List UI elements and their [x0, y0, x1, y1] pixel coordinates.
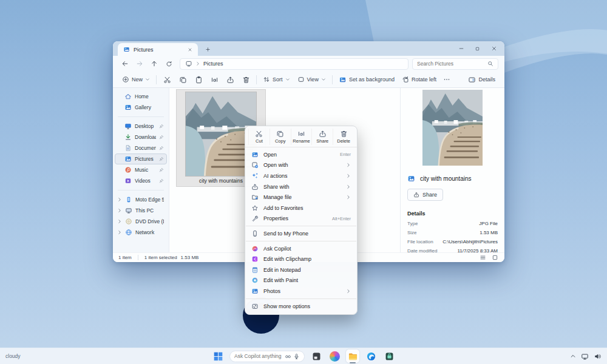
menu-item[interactable]: Edit with Clipchamp — [245, 254, 357, 265]
menu-item[interactable]: Open with — [245, 160, 357, 171]
sort-button[interactable]: Sort — [259, 73, 294, 86]
phone-blue-icon — [125, 196, 132, 203]
sidebar-item[interactable]: Desktop — [115, 121, 167, 132]
details-pane-icon — [468, 76, 476, 84]
menu-item[interactable]: Photos — [245, 286, 357, 297]
sidebar-item[interactable]: Network — [115, 227, 167, 238]
menu-item[interactable]: Share with — [245, 181, 357, 192]
menu-item[interactable]: Properties Alt+Enter — [245, 214, 357, 224]
quick-action-button[interactable]: Share — [311, 129, 333, 145]
details-view-toggle-icon[interactable] — [478, 254, 487, 261]
window-controls — [453, 41, 502, 56]
details-toggle-button[interactable]: Details — [464, 73, 499, 86]
menu-item[interactable]: Manage file — [245, 192, 357, 203]
sidebar-item[interactable]: Videos — [115, 175, 167, 186]
copilot-icon — [330, 351, 340, 362]
taskbar-copilot[interactable] — [328, 349, 341, 363]
navigation-bar: Pictures — [113, 56, 504, 72]
sidebar-item[interactable]: Documents — [115, 143, 167, 153]
pictures-folder-icon — [123, 46, 130, 53]
quick-action-button[interactable]: Copy — [270, 129, 291, 145]
menu-item[interactable]: AI actions — [245, 170, 357, 181]
new-button[interactable]: New — [118, 73, 154, 86]
weather-widget[interactable]: cloudy — [5, 353, 21, 359]
menu-item[interactable]: Show more options — [245, 301, 357, 312]
sidebar-item[interactable]: Downloads — [115, 132, 167, 143]
music-icon — [124, 166, 132, 174]
menu-divider — [246, 298, 356, 299]
more-options-icon[interactable] — [440, 73, 453, 86]
delete-button[interactable] — [238, 73, 254, 86]
details-rows: Type JPG File Size 1.53 MB File location… — [407, 221, 498, 252]
view-button[interactable]: View — [294, 73, 330, 86]
menu-item[interactable]: Edit with Paint — [245, 275, 357, 286]
sidebar-top-section: Home Gallery — [113, 91, 169, 113]
thumbnail-view-toggle-icon[interactable] — [490, 254, 499, 261]
taskbar-search[interactable] — [229, 351, 305, 362]
back-button[interactable] — [118, 58, 132, 70]
taskbar-file-explorer[interactable] — [346, 349, 359, 363]
rotate-left-button[interactable]: Rotate left — [398, 73, 440, 86]
menu-item[interactable]: Add to Favorites — [245, 203, 357, 214]
new-tab-button[interactable] — [203, 44, 212, 54]
sidebar-item[interactable]: Pictures — [115, 153, 167, 164]
copilot-search-input[interactable] — [234, 353, 283, 359]
sidebar-item[interactable]: Moto Edge 50 N — [115, 194, 167, 205]
sidebar-item[interactable]: This PC — [115, 205, 167, 216]
share-icon — [319, 130, 327, 138]
more-icon — [251, 303, 259, 310]
quick-action-button[interactable]: Rename — [291, 129, 312, 145]
taskbar-app-dark[interactable] — [310, 349, 323, 363]
refresh-button[interactable] — [161, 58, 176, 70]
close-button[interactable] — [486, 41, 502, 56]
explorer-search[interactable] — [412, 58, 498, 70]
tab-pictures[interactable]: Pictures — [118, 43, 198, 56]
sidebar-item[interactable]: DVD Drive (D:) C — [115, 216, 167, 227]
share-button-pane[interactable]: Share — [407, 189, 443, 201]
chevron-right-icon[interactable] — [117, 197, 122, 202]
menu-item[interactable]: Open Enter — [245, 149, 357, 160]
submenu-chevron-icon — [346, 174, 351, 178]
address-bar[interactable]: Pictures — [180, 58, 409, 70]
copy-button[interactable] — [175, 73, 191, 86]
start-button[interactable] — [211, 349, 225, 363]
copilot-vision-icon[interactable] — [285, 353, 291, 360]
menu-item[interactable]: Ask Copilot — [245, 243, 357, 254]
up-button[interactable] — [147, 58, 161, 70]
forward-button[interactable] — [132, 58, 147, 70]
quick-action-button[interactable]: Delete — [333, 129, 354, 145]
chevron-right-icon[interactable] — [117, 219, 122, 224]
taskbar-store[interactable] — [382, 349, 396, 363]
clipchamp-icon — [251, 255, 259, 263]
microphone-icon[interactable] — [293, 353, 300, 360]
paste-button[interactable] — [191, 73, 206, 86]
sidebar-item[interactable]: Gallery — [115, 102, 167, 113]
search-input[interactable] — [417, 61, 485, 67]
share-button[interactable] — [222, 73, 238, 86]
sidebar-item[interactable]: Music — [115, 164, 167, 175]
set-as-background-button[interactable]: Set as background — [335, 73, 398, 86]
taskbar-edge[interactable] — [364, 349, 378, 363]
pin-icon — [159, 157, 164, 161]
chevron-right-icon[interactable] — [117, 230, 122, 235]
sidebar-item[interactable]: Home — [115, 91, 167, 102]
chevron-right-icon[interactable] — [117, 208, 122, 213]
breadcrumb-location[interactable]: Pictures — [203, 61, 223, 67]
sidebar-divider — [118, 190, 164, 190]
openimg-icon — [251, 288, 259, 295]
documents-icon — [124, 144, 132, 152]
details-file-title: city with mountains — [420, 175, 471, 182]
cut-button[interactable] — [159, 73, 175, 86]
rename-button[interactable] — [206, 73, 222, 86]
network-display-icon[interactable] — [581, 352, 589, 360]
minimize-button[interactable] — [453, 41, 469, 56]
tray-chevron-up-icon[interactable] — [570, 353, 576, 359]
maximize-button[interactable] — [469, 41, 486, 56]
tab-close-icon[interactable] — [186, 46, 194, 54]
menu-item[interactable]: Edit in Notepad — [245, 265, 357, 275]
selection-count: 1 item selected — [144, 255, 177, 260]
windows-logo-icon — [213, 351, 223, 362]
quick-action-button[interactable]: Cut — [248, 129, 270, 145]
volume-icon[interactable] — [594, 352, 602, 360]
menu-item[interactable]: Send to My Phone — [245, 228, 357, 239]
